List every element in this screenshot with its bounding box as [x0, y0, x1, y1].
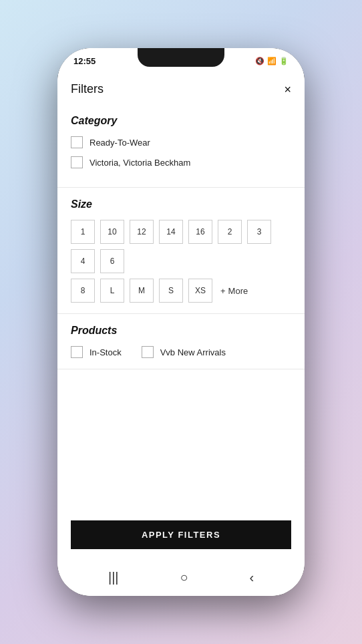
- close-button[interactable]: ×: [284, 84, 291, 96]
- modal-title: Filters: [71, 82, 104, 96]
- category-option-1[interactable]: Ready-To-Wear: [71, 136, 291, 148]
- bottom-nav: ||| ○ ‹: [57, 562, 305, 596]
- category-label-1: Ready-To-Wear: [89, 138, 150, 148]
- size-chip-16[interactable]: 16: [188, 220, 212, 244]
- phone-inner: 12:55 🔇 📶 🔋 Filters × Category Ready-To-…: [57, 48, 305, 596]
- category-checkbox-2[interactable]: [71, 156, 83, 168]
- size-chip-8[interactable]: 8: [71, 279, 95, 303]
- product-option-2[interactable]: Vvb New Arrivals: [142, 346, 226, 358]
- product-label-2: Vvb New Arrivals: [160, 347, 226, 357]
- size-chip-10[interactable]: 10: [100, 220, 124, 244]
- size-section: Size 1 10 12 14 16 2 3 4 6 8 L M S: [57, 188, 305, 314]
- product-checkbox-1[interactable]: [71, 346, 83, 358]
- category-option-2[interactable]: Victoria, Victoria Beckham: [71, 156, 291, 168]
- product-option-1[interactable]: In-Stock: [71, 346, 122, 358]
- notch: [138, 48, 224, 67]
- apply-filters-button[interactable]: APPLY FILTERS: [71, 520, 291, 549]
- home-nav-icon[interactable]: ○: [180, 570, 188, 585]
- signal-icon: 📶: [267, 57, 277, 65]
- screen: Filters × Category Ready-To-Wear Victori…: [57, 70, 305, 562]
- battery-icon: 🔋: [279, 57, 289, 65]
- back-nav-icon[interactable]: ‹: [249, 570, 254, 585]
- menu-nav-icon[interactable]: |||: [108, 570, 119, 585]
- size-section-title: Size: [71, 198, 291, 210]
- size-grid: 1 10 12 14 16 2 3 4 6: [71, 220, 291, 273]
- category-label-2: Victoria, Victoria Beckham: [89, 158, 190, 168]
- products-section-title: Products: [71, 325, 291, 337]
- products-section: Products In-Stock Vvb New Arrivals: [57, 314, 305, 369]
- size-chip-L[interactable]: L: [100, 279, 124, 303]
- spacer: [57, 369, 305, 511]
- size-chip-6[interactable]: 6: [100, 249, 124, 273]
- apply-bar: APPLY FILTERS: [57, 511, 305, 562]
- size-chip-M[interactable]: M: [130, 279, 154, 303]
- category-checkbox-1[interactable]: [71, 136, 83, 148]
- more-prefix: +: [220, 286, 226, 296]
- size-chip-4[interactable]: 4: [71, 249, 95, 273]
- product-checkbox-2[interactable]: [142, 346, 154, 358]
- modal-header: Filters ×: [57, 70, 305, 104]
- category-section: Category Ready-To-Wear Victoria, Victori…: [57, 104, 305, 188]
- size-chip-12[interactable]: 12: [130, 220, 154, 244]
- size-grid-row2: 8 L M S XS + More: [71, 279, 291, 303]
- product-label-1: In-Stock: [89, 347, 122, 357]
- size-chip-3[interactable]: 3: [247, 220, 271, 244]
- size-chip-S[interactable]: S: [159, 279, 183, 303]
- more-button[interactable]: + More: [218, 279, 250, 303]
- status-icons: 🔇 📶 🔋: [255, 57, 289, 65]
- category-section-title: Category: [71, 115, 291, 127]
- sound-icon: 🔇: [255, 57, 264, 65]
- size-chip-XS[interactable]: XS: [188, 279, 212, 303]
- phone-frame: 12:55 🔇 📶 🔋 Filters × Category Ready-To-…: [57, 48, 305, 596]
- size-chip-2[interactable]: 2: [218, 220, 242, 244]
- size-chip-14[interactable]: 14: [159, 220, 183, 244]
- status-time: 12:55: [73, 56, 96, 66]
- more-label: More: [228, 286, 248, 296]
- products-checkboxes: In-Stock Vvb New Arrivals: [71, 346, 291, 358]
- size-chip-1[interactable]: 1: [71, 220, 95, 244]
